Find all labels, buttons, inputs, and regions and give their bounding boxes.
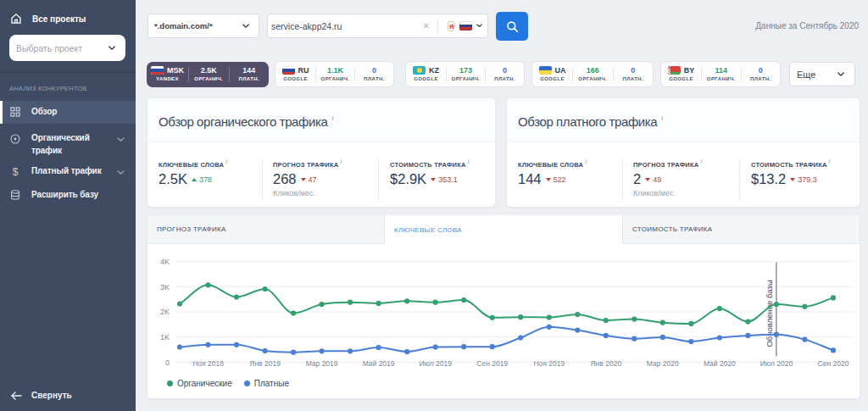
svg-text:Ноя 2018: Ноя 2018	[192, 359, 224, 368]
svg-text:0: 0	[165, 358, 170, 367]
svg-text:Янв 2019: Янв 2019	[249, 359, 281, 368]
svg-text:Ноя 2019: Ноя 2019	[533, 359, 565, 368]
svg-text:Обновление базы: Обновление базы	[765, 280, 774, 347]
svg-text:1K: 1K	[160, 333, 170, 342]
svg-text:Июл 2019: Июл 2019	[419, 359, 452, 368]
svg-text:Мар 2019: Мар 2019	[306, 359, 338, 368]
svg-text:Сен 2019: Сен 2019	[476, 359, 508, 368]
svg-text:Мар 2020: Мар 2020	[647, 359, 679, 368]
svg-text:4K: 4K	[160, 258, 170, 266]
svg-text:Сен 2020: Сен 2020	[818, 359, 849, 368]
svg-text:Май 2020: Май 2020	[704, 359, 736, 368]
svg-text:Янв 2020: Янв 2020	[590, 359, 621, 368]
svg-text:Июл 2020: Июл 2020	[760, 359, 793, 368]
svg-text:3K: 3K	[160, 283, 170, 292]
svg-text:Я: Я	[449, 22, 453, 30]
svg-text:Май 2019: Май 2019	[363, 359, 395, 368]
svg-text:2K: 2K	[160, 308, 170, 316]
